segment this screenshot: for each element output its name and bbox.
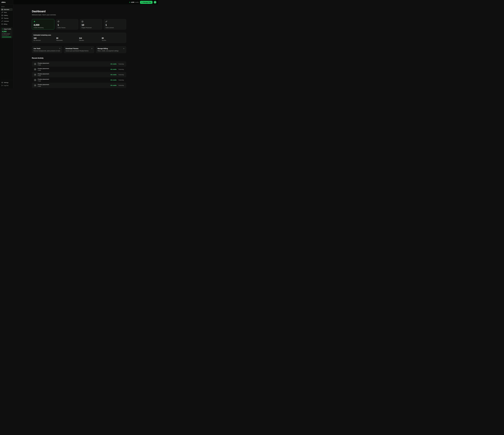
estimate-value: 80 (102, 37, 125, 39)
image-icon (34, 84, 36, 87)
activity-row[interactable]: Product placement image -50 credits Yest… (32, 72, 126, 77)
activity-row-credits: -50 credits (110, 69, 117, 70)
sidebar-item-billing[interactable]: Billing (0, 23, 13, 26)
estimate-label: Upscales (79, 40, 102, 41)
topbar: shiro. 4,000 credits Manage Plan S (0, 0, 158, 5)
estimates-title: Estimated remaining uses (34, 34, 125, 36)
activity-row-subtitle: image (38, 80, 110, 82)
activity-row-title: Product placement (38, 68, 110, 69)
user-avatar[interactable]: S (154, 1, 156, 4)
grid-icon (1, 9, 3, 10)
brand-logo[interactable]: shiro. (1, 1, 6, 3)
stat-value: 4,000 (34, 24, 53, 26)
recent-activity-title: Recent Activity (32, 57, 126, 59)
topbar-credits: 4,000 credits (129, 1, 139, 3)
sidebar-item-label: Licenses (4, 20, 9, 22)
arrow-up-right-icon (123, 48, 125, 49)
sidebar-item-overview[interactable]: Overview (0, 8, 13, 11)
image-icon (34, 73, 36, 76)
activity-row-subtitle: image (38, 86, 110, 87)
image-icon (34, 68, 36, 71)
palette-icon (1, 17, 3, 19)
wrench-icon (1, 12, 3, 13)
page-subtitle: Welcome back. Here's your overview. (32, 14, 126, 16)
zap-icon (2, 28, 3, 30)
quick-card-description: Plans, credits, and payment settings (98, 50, 125, 52)
activity-row[interactable]: Product placement image -50 credits Yest… (32, 83, 126, 88)
app-window: shiro. 4,000 credits Manage Plan S MAIN … (0, 0, 158, 88)
logout-label: Log Out (4, 85, 8, 86)
quick-card-title: Manage Billing (98, 48, 108, 49)
credits-card-included: of 4,000 included (2, 33, 11, 35)
logo-area: shiro. (0, 0, 13, 5)
sidebar-item-tools[interactable]: Tools (0, 11, 13, 14)
activity-row[interactable]: Product placement image -50 credits Yest… (32, 88, 126, 88)
credits-card-resets: Resets Mar 28 (2, 35, 11, 36)
estimate-item-try-ons: 80 Try-Ons (102, 37, 125, 41)
sidebar-credits-card: Image Credits 4,000 of 4,000 included Re… (1, 27, 12, 38)
page-title: Dashboard (32, 10, 126, 13)
zap-icon (34, 21, 35, 22)
activity-row[interactable]: Product placement image -50 credits Yest… (32, 67, 126, 72)
credits-progress-fill (2, 37, 11, 37)
estimate-value: 80 (56, 37, 79, 39)
stat-label: Active Licenses (105, 27, 125, 28)
quick-card-title: Download Themes (65, 48, 78, 49)
stat-card-active-licenses: 1 Active Licenses (104, 19, 126, 29)
activity-row-time: Yesterday (118, 74, 124, 75)
zap-icon (129, 2, 130, 3)
activity-row-time: Yesterday (118, 63, 124, 65)
stat-card-active-themes: 1 Active Themes (56, 19, 78, 29)
manage-plan-button[interactable]: Manage Plan (140, 1, 153, 4)
sidebar-item-label: Overview (4, 9, 9, 10)
sidebar-item-themes[interactable]: Themes (0, 17, 13, 20)
activity-row-credits: -50 credits (110, 63, 117, 65)
topbar-right: 4,000 credits Manage Plan S (13, 0, 158, 5)
zap-icon (141, 2, 143, 3)
sidebar-item-logout[interactable]: Log Out (0, 84, 13, 87)
sidebar-item-licenses[interactable]: Licenses (0, 20, 13, 23)
activity-row-credits: -50 credits (110, 79, 117, 81)
quick-card-download-themes[interactable]: Download Themes Access your purchased Sh… (64, 46, 94, 53)
sidebar-item-gallery[interactable]: Gallery (0, 14, 13, 17)
estimate-item-bg-removes: 160 BG Removes (34, 37, 56, 41)
stat-value: 1 (105, 24, 125, 26)
sidebar-item-label: Gallery (4, 15, 8, 16)
sidebar-footer: Settings Log Out (0, 80, 13, 88)
sidebar-item-label: Tools (4, 12, 7, 13)
activity-row-title: Product placement (38, 73, 110, 75)
activity-row-time: Yesterday (118, 69, 124, 70)
estimate-item-upscales: 114 Upscales (79, 37, 102, 41)
estimate-value: 114 (79, 37, 102, 39)
activity-row[interactable]: Product placement image -50 credits Yest… (32, 61, 126, 67)
stat-label: Images Processed (81, 27, 101, 28)
activity-row-subtitle: image (38, 70, 110, 71)
credits-card-value: 4,000 (2, 30, 11, 33)
quick-card-use-tools[interactable]: Use Tools Remove backgrounds, place prod… (32, 46, 62, 53)
key-icon (105, 21, 107, 22)
credit-card-icon (1, 23, 3, 25)
quick-card-description: Access your purchased Shopify themes (65, 50, 92, 52)
quick-card-description: Remove backgrounds, place products & mor… (34, 50, 61, 52)
estimate-label: BG Removes (34, 40, 56, 41)
topbar-credits-value: 4,000 (131, 1, 134, 3)
image-icon (34, 79, 36, 81)
credits-progress-track (2, 37, 11, 37)
credits-card-title: Image Credits (4, 28, 11, 30)
estimate-label: Try-Ons (102, 40, 125, 41)
topbar-credits-label: credits (135, 1, 139, 3)
estimates-card: Estimated remaining uses 160 BG Removes … (32, 33, 126, 43)
activity-row-credits: -50 credits (110, 74, 117, 75)
activity-row-title: Product placement (38, 62, 110, 64)
sidebar-item-label: Themes (4, 17, 9, 19)
sidebar-item-settings[interactable]: Settings (0, 81, 13, 84)
activity-row[interactable]: Product placement image -50 credits Yest… (32, 77, 126, 83)
stat-label: Credits Remaining (34, 27, 53, 28)
sidebar: MAIN Overview Tools Gallery Themes Licen… (0, 5, 13, 88)
quick-card-manage-billing[interactable]: Manage Billing Plans, credits, and payme… (96, 46, 126, 53)
estimate-item-placements: 80 Placements (56, 37, 79, 41)
quick-card-title: Use Tools (34, 48, 40, 49)
avatar-initial: S (155, 2, 155, 3)
stats-grid: 4,000 Credits Remaining 1 Active Themes … (32, 19, 126, 29)
activity-row-time: Yesterday (118, 79, 124, 81)
